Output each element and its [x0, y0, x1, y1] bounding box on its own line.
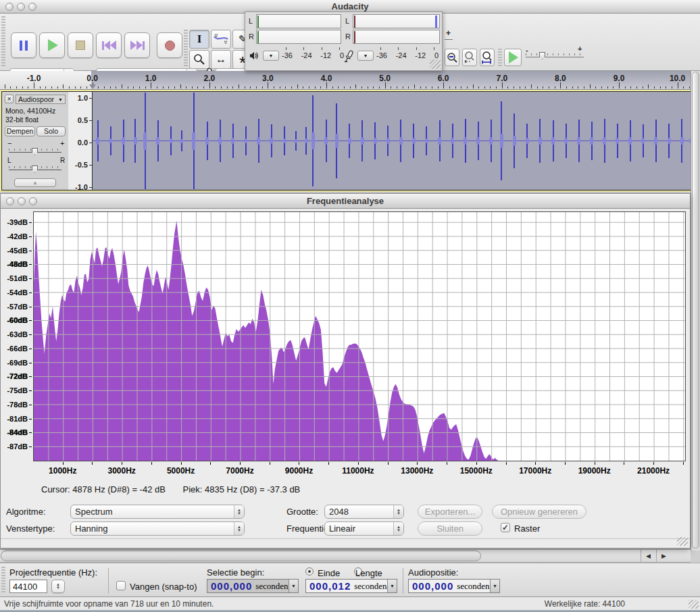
- db-axis-label: -57dB: [7, 303, 28, 311]
- audio-position-field[interactable]: 000,000 seconden ▼: [408, 579, 500, 593]
- zoom-to-selection-button[interactable]: [480, 49, 495, 66]
- db-axis-tick: [29, 320, 32, 321]
- waveform-spike-body: [335, 134, 339, 147]
- pause-button[interactable]: [11, 32, 36, 58]
- play-button[interactable]: [39, 32, 65, 58]
- selection-start-field[interactable]: 000,000 seconden ▼: [207, 579, 299, 593]
- selection-end-field[interactable]: 000,012 seconden ▼: [305, 579, 397, 593]
- playback-meter-left[interactable]: [256, 14, 341, 28]
- stop-button[interactable]: [68, 32, 93, 58]
- meter-window-resize-grip[interactable]: [430, 59, 441, 69]
- track-title-menu[interactable]: Audiospoor ▼: [16, 95, 66, 104]
- analysis-zoom-button[interactable]: [29, 197, 37, 205]
- track-close-button[interactable]: ×: [5, 95, 14, 103]
- time-format-dropdown[interactable]: ▼: [289, 580, 298, 592]
- zoom-out-button[interactable]: [445, 49, 459, 66]
- waveform-spike-body: [283, 138, 286, 144]
- analysis-minimize-button[interactable]: [18, 197, 26, 205]
- vertical-scrollbar-thumb[interactable]: [692, 72, 699, 549]
- analysis-resize-grip[interactable]: [677, 537, 688, 546]
- close-dialog-button[interactable]: Sluiten: [418, 521, 482, 536]
- frequency-axis-label: 21000Hz: [637, 466, 670, 476]
- waveform-spike-body: [218, 137, 222, 145]
- time-digits[interactable]: 000,000: [412, 580, 453, 592]
- zoom-tool-button[interactable]: [189, 50, 209, 69]
- horizontal-scrollbar-thumb[interactable]: [1, 551, 481, 561]
- size-select[interactable]: 2048 ▲▼: [324, 505, 404, 519]
- envelope-tool-button[interactable]: [211, 30, 231, 49]
- waveform-display[interactable]: [93, 92, 691, 190]
- db-axis-tick: [29, 334, 32, 335]
- waveform-spike-body: [464, 137, 467, 145]
- zoom-window-button[interactable]: [28, 3, 36, 11]
- frequency-axis-label: 9000Hz: [285, 466, 313, 476]
- ruler-tick: [630, 86, 631, 88]
- close-window-button[interactable]: [5, 3, 14, 11]
- vertical-scrollbar[interactable]: [691, 71, 700, 551]
- pan-slider-thumb[interactable]: [32, 165, 38, 173]
- record-meter-left[interactable]: [353, 14, 440, 28]
- playback-meter-right[interactable]: [256, 30, 341, 44]
- amplitude-label: 0.5: [78, 116, 88, 124]
- time-digits[interactable]: 000,012: [309, 580, 351, 592]
- horizontal-scrollbar[interactable]: ◀ ▶: [0, 549, 691, 563]
- play-at-speed-icon: [509, 51, 518, 63]
- amplitude-label: 1.0: [78, 94, 88, 102]
- selection-tool-button[interactable]: I: [189, 30, 209, 49]
- ruler-tick: [303, 86, 303, 88]
- waveform-spike-body: [399, 137, 403, 145]
- scroll-left-arrow[interactable]: ◀: [641, 550, 655, 562]
- project-rate-stepper[interactable]: ▲▼: [51, 580, 65, 593]
- play-at-speed-button[interactable]: [504, 49, 522, 66]
- db-axis-label: -72dB: [7, 372, 28, 380]
- track-menu-arrow-icon: ▼: [58, 97, 63, 102]
- transcription-grabber[interactable]: [498, 49, 502, 66]
- mute-button[interactable]: Dempen: [5, 126, 35, 136]
- window-type-select[interactable]: Hanning ▲▼: [70, 521, 245, 536]
- record-icon: [165, 41, 175, 51]
- waveform-spike-body: [603, 137, 606, 145]
- spectrum-plot[interactable]: [33, 211, 686, 461]
- track-vertical-ruler[interactable]: 1.00.50.0-0.5-1.0: [68, 92, 93, 190]
- time-digits[interactable]: 000,000: [211, 580, 252, 592]
- frequency-axis-select[interactable]: Lineair ▲▼: [324, 521, 404, 536]
- meter-scale-number: -24: [301, 51, 312, 59]
- record-meter-menu-button[interactable]: ▼: [357, 51, 374, 61]
- regenerate-button[interactable]: Opnieuw genereren: [492, 505, 586, 519]
- solo-button[interactable]: Solo: [36, 126, 66, 136]
- fast-forward-button[interactable]: [124, 32, 150, 58]
- frequency-axis-tick: [210, 462, 211, 465]
- time-shift-tool-button[interactable]: ↔: [211, 50, 231, 69]
- gain-slider-thumb[interactable]: [32, 148, 38, 155]
- speed-slider-track[interactable]: [526, 57, 584, 57]
- selection-toolbar-grabber[interactable]: [1, 567, 5, 594]
- record-meter-ticks: [380, 47, 434, 50]
- fit-project-button[interactable]: [462, 49, 477, 66]
- window-resize-grip[interactable]: [689, 600, 699, 609]
- mixer-slider-end[interactable]: [445, 39, 453, 40]
- snap-to-checkbox[interactable]: [116, 581, 126, 590]
- end-radio[interactable]: [305, 567, 314, 576]
- algorithm-select[interactable]: Spectrum ▲▼: [70, 505, 245, 519]
- db-axis-label: -39dB: [7, 218, 28, 226]
- speed-slider-thumb[interactable]: [539, 52, 545, 59]
- playback-meter-menu-button[interactable]: ▼: [263, 51, 279, 61]
- record-button[interactable]: [157, 32, 182, 58]
- db-axis-label: -87dB: [7, 442, 28, 451]
- tools-grabber[interactable]: [184, 30, 188, 68]
- time-format-dropdown[interactable]: ▼: [490, 580, 499, 592]
- record-meter-right[interactable]: [353, 30, 440, 44]
- toolbar-grabber[interactable]: [1, 16, 5, 68]
- scroll-right-arrow[interactable]: ▶: [656, 550, 671, 562]
- rewind-button[interactable]: [96, 32, 122, 58]
- timeline-ruler[interactable]: -1.00.01.02.03.04.05.06.07.08.09.010.0: [0, 71, 691, 90]
- export-button[interactable]: Exporteren...: [418, 505, 482, 519]
- playback-right-label: R: [249, 32, 254, 41]
- project-rate-input[interactable]: 44100: [9, 580, 47, 593]
- analysis-close-button[interactable]: [6, 197, 14, 205]
- time-format-dropdown[interactable]: ▼: [387, 580, 397, 592]
- time-unit: seconden: [354, 581, 386, 592]
- track-collapse-button[interactable]: ▲: [14, 178, 56, 187]
- grid-checkbox[interactable]: ✓: [501, 523, 510, 532]
- minimize-window-button[interactable]: [17, 3, 25, 11]
